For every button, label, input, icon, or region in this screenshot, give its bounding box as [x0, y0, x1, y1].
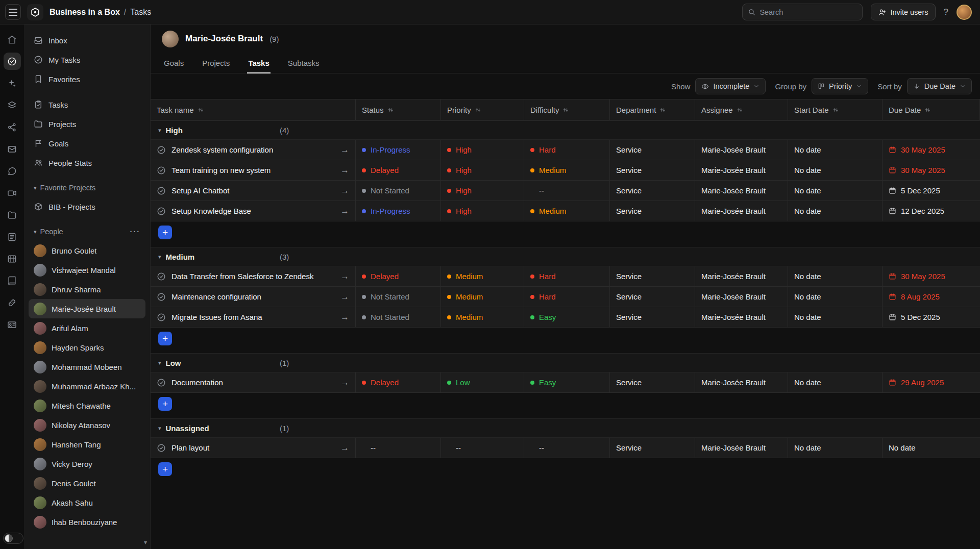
sidebar-person[interactable]: Hanshen Tang: [29, 435, 145, 454]
difficulty-cell[interactable]: --: [524, 181, 610, 201]
complete-task-icon[interactable]: [157, 313, 166, 322]
sidebar-person[interactable]: Akash Sahu: [29, 493, 145, 512]
help-icon[interactable]: ?: [944, 7, 948, 17]
task-row[interactable]: Setup AI Chatbot → Not Started High: [151, 181, 980, 201]
complete-task-icon[interactable]: [157, 292, 166, 302]
app-logo-icon[interactable]: [27, 4, 43, 20]
start-date-cell[interactable]: No date: [788, 181, 883, 201]
notes-icon[interactable]: [4, 228, 21, 245]
sidebar-person[interactable]: Bruno Goulet: [29, 241, 145, 260]
open-task-icon[interactable]: →: [340, 312, 349, 322]
task-row[interactable]: Documentation → Delayed Low: [151, 372, 980, 393]
difficulty-cell[interactable]: Hard: [524, 287, 610, 307]
tab[interactable]: Goals: [163, 53, 185, 73]
assignee-cell[interactable]: Marie-Josée Brault: [695, 307, 788, 327]
task-name-cell[interactable]: Documentation →: [151, 372, 356, 392]
assignee-cell[interactable]: Marie-Josée Brault: [695, 438, 788, 458]
task-row[interactable]: Setup Knowledge Base → In-Progress High: [151, 201, 980, 221]
status-cell[interactable]: Delayed: [356, 266, 441, 286]
book-icon[interactable]: [4, 272, 21, 289]
difficulty-cell[interactable]: Hard: [524, 266, 610, 286]
sidebar-item-favorites[interactable]: Favorites: [29, 69, 145, 89]
complete-task-icon[interactable]: [157, 378, 166, 387]
priority-cell[interactable]: Medium: [441, 287, 524, 307]
department-cell[interactable]: Service: [610, 140, 695, 160]
sidebar-item-people-stats[interactable]: People Stats: [29, 153, 145, 172]
task-name[interactable]: Plan layout: [172, 443, 335, 452]
start-date-cell[interactable]: No date: [788, 438, 883, 458]
sort-icon[interactable]: [659, 107, 666, 113]
search-input[interactable]: [760, 8, 857, 16]
assignee-cell[interactable]: Marie-Josée Brault: [695, 140, 788, 160]
folder-icon[interactable]: [4, 206, 21, 223]
sidebar-item-inbox[interactable]: Inbox: [29, 31, 145, 50]
column-header[interactable]: Assignee: [695, 99, 788, 120]
share-icon[interactable]: [4, 118, 21, 136]
difficulty-cell[interactable]: Easy: [524, 307, 610, 327]
difficulty-cell[interactable]: Easy: [524, 372, 610, 392]
sidebar-item-my-tasks[interactable]: My Tasks: [29, 50, 145, 69]
group-header[interactable]: ▾ Low (1): [151, 353, 980, 372]
open-task-icon[interactable]: →: [340, 292, 349, 302]
column-header[interactable]: Start Date: [788, 99, 883, 120]
open-task-icon[interactable]: →: [340, 443, 349, 453]
due-date-cell[interactable]: 5 Dec 2025: [883, 307, 980, 327]
stack-icon[interactable]: [4, 96, 21, 114]
start-date-cell[interactable]: No date: [788, 307, 883, 327]
task-name-cell[interactable]: Maintenance configuration →: [151, 287, 356, 307]
task-name[interactable]: Data Transfer from Salesforce to Zendesk: [172, 272, 335, 281]
task-name[interactable]: Setup AI Chatbot: [172, 186, 335, 195]
sort-icon[interactable]: [475, 107, 481, 113]
sort-icon[interactable]: [387, 107, 394, 113]
status-cell[interactable]: Not Started: [356, 181, 441, 201]
collapse-icon[interactable]: ▾: [158, 425, 161, 432]
column-header[interactable]: Department: [610, 99, 695, 120]
status-cell[interactable]: Delayed: [356, 160, 441, 180]
task-name-cell[interactable]: Zendesk system configuration →: [151, 140, 356, 160]
sidebar-person[interactable]: Muhammad Arbaaz Kh...: [29, 377, 145, 396]
collapse-icon[interactable]: ▾: [158, 360, 161, 366]
task-name-cell[interactable]: Setup AI Chatbot →: [151, 181, 356, 201]
department-cell[interactable]: Service: [610, 287, 695, 307]
priority-cell[interactable]: Medium: [441, 307, 524, 327]
favorite-projects-header[interactable]: ▾ Favorite Projects: [29, 179, 145, 197]
task-name-cell[interactable]: Setup Knowledge Base →: [151, 201, 356, 221]
task-name[interactable]: Migrate Issues from Asana: [172, 313, 335, 321]
task-row[interactable]: Plan layout → -- -- --: [151, 438, 980, 458]
column-header[interactable]: Priority: [441, 99, 524, 120]
sidebar-person[interactable]: Vicky Deroy: [29, 454, 145, 473]
task-name-cell[interactable]: Plan layout →: [151, 438, 356, 458]
breadcrumb-page-name[interactable]: Tasks: [130, 8, 151, 17]
complete-task-icon[interactable]: [157, 166, 166, 175]
status-cell[interactable]: Delayed: [356, 372, 441, 392]
assignee-cell[interactable]: Marie-Josée Brault: [695, 201, 788, 221]
group-header[interactable]: ▾ High (4): [151, 120, 980, 140]
task-row[interactable]: Zendesk system configuration → In-Progre…: [151, 140, 980, 160]
sort-icon[interactable]: [832, 107, 839, 113]
due-date-cell[interactable]: 12 Dec 2025: [883, 201, 980, 221]
add-task-button[interactable]: +: [158, 462, 172, 476]
sort-by-dropdown[interactable]: Due Date: [907, 78, 972, 94]
status-cell[interactable]: In-Progress: [356, 201, 441, 221]
group-header[interactable]: ▾ Unassigned (1): [151, 418, 980, 438]
sidebar-item-goals[interactable]: Goals: [29, 134, 145, 153]
collapse-icon[interactable]: ▾: [158, 127, 161, 134]
task-name[interactable]: Zendesk system configuration: [172, 145, 335, 154]
priority-cell[interactable]: High: [441, 201, 524, 221]
column-header[interactable]: Difficulty: [524, 99, 610, 120]
link-icon[interactable]: [4, 294, 21, 311]
group-by-dropdown[interactable]: Priority: [812, 78, 868, 94]
task-name[interactable]: Maintenance configuration: [172, 292, 335, 301]
video-icon[interactable]: [4, 184, 21, 202]
difficulty-cell[interactable]: --: [524, 438, 610, 458]
sidebar-person[interactable]: Dhruv Sharma: [29, 280, 145, 299]
start-date-cell[interactable]: No date: [788, 201, 883, 221]
group-header[interactable]: ▾ Medium (3): [151, 247, 980, 266]
sidebar-person[interactable]: Mitesh Chawathe: [29, 396, 145, 415]
assignee-cell[interactable]: Marie-Josée Brault: [695, 266, 788, 286]
open-task-icon[interactable]: →: [340, 186, 349, 196]
due-date-cell[interactable]: 29 Aug 2025: [883, 372, 980, 392]
theme-toggle[interactable]: [3, 533, 23, 544]
sidebar-person[interactable]: Mohammad Mobeen: [29, 357, 145, 377]
sidebar-item-projects[interactable]: Projects: [29, 114, 145, 134]
